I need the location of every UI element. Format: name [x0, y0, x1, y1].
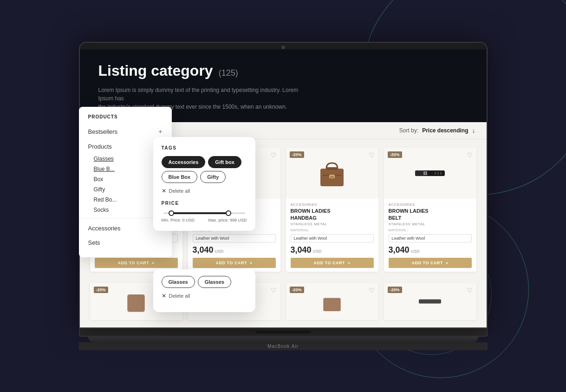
- page-title-area: Listing category (125): [98, 62, 468, 79]
- glasses-delete-label: Delete all: [169, 293, 190, 299]
- macbook-label: MacBook Air: [79, 342, 488, 350]
- product-name-4: BROWN LADIESBELT: [389, 208, 472, 221]
- delete-all-label: Delete all: [169, 188, 190, 194]
- material-select-4[interactable]: Leather with Wool: [389, 234, 472, 242]
- price-slider-thumb-min[interactable]: [169, 210, 174, 216]
- sidebar-expand-icon-1: +: [158, 128, 162, 135]
- product-badge-7: -20%: [290, 287, 304, 293]
- laptop-camera-bar: [80, 43, 487, 49]
- tags-filter-popup: TAGS Accessories Gift box Blue Box Gifty…: [153, 137, 255, 231]
- price-amount-2: 3,040: [193, 245, 214, 255]
- handbag-2-icon: [318, 287, 346, 315]
- add-to-cart-button-1[interactable]: ADD TO CART »: [95, 258, 178, 268]
- price-slider-thumb-max[interactable]: [226, 210, 231, 216]
- tag-accessories[interactable]: Accessories: [162, 156, 206, 168]
- price-row-2: 3,040 USD: [193, 245, 276, 255]
- tag-glasses-1[interactable]: Glasses: [162, 276, 195, 288]
- wishlist-button-7[interactable]: ♡: [369, 287, 375, 294]
- svg-rect-18: [415, 170, 424, 176]
- glasses-delete-all[interactable]: ✕ Delete all: [162, 293, 247, 299]
- wishlist-button-3[interactable]: ♡: [369, 151, 375, 159]
- glasses-filter-popup: Glasses Glasses ✕ Delete all: [153, 269, 255, 312]
- sidebar-sets-label: Sets: [88, 239, 100, 246]
- backpack-2-icon: [122, 287, 150, 315]
- price-max-label: Max. price: 999 USD: [208, 218, 247, 222]
- add-to-cart-button-4[interactable]: ADD TO CART »: [389, 258, 472, 268]
- product-subtitle-3: STAINLESS METAL: [291, 222, 374, 226]
- price-amount-4: 3,040: [389, 245, 410, 255]
- page-description-1: Lorem Ipsum is simply dummy text of the …: [98, 86, 312, 103]
- price-row-4: 3,040 USD: [389, 245, 472, 255]
- price-section-title: PRICE: [162, 201, 247, 206]
- laptop-base: [88, 337, 478, 342]
- tags-delete-all[interactable]: ✕ Delete all: [162, 188, 247, 194]
- sidebar-section-title: PRODUCTS: [79, 114, 172, 124]
- sidebar-item-sets[interactable]: Sets: [79, 235, 172, 250]
- tag-gift-box[interactable]: Gift box: [208, 156, 241, 168]
- product-card-8: -20% ♡: [384, 283, 476, 320]
- wishlist-button-4[interactable]: ♡: [467, 151, 473, 159]
- belt-icon: [411, 155, 449, 192]
- product-info-4: ACCESORIES BROWN LADIESBELT STAINLESS ME…: [384, 199, 476, 272]
- svg-rect-20: [425, 172, 426, 174]
- svg-rect-27: [419, 299, 441, 303]
- sort-value[interactable]: Price descending: [422, 127, 468, 134]
- wishlist-button-8[interactable]: ♡: [467, 287, 473, 294]
- product-category-4: ACCESORIES: [389, 203, 472, 207]
- svg-rect-23: [440, 172, 442, 175]
- belt-2-icon: [416, 287, 444, 315]
- price-slider-track: [163, 212, 245, 214]
- filter-tags-container: Accessories Gift box Blue Box Gifty: [162, 156, 247, 183]
- glasses-delete-x-icon: ✕: [162, 293, 166, 299]
- sidebar-accessories-label: Accessories: [88, 225, 121, 232]
- add-to-cart-button-3[interactable]: ADD TO CART »: [291, 258, 374, 268]
- material-label-4: MATERIAL:: [389, 228, 472, 232]
- laptop-frame: Listing category (125) Lorem Ipsum is si…: [79, 42, 488, 350]
- delete-all-x-icon: ✕: [162, 188, 166, 194]
- product-card-4: -20% ♡: [384, 148, 476, 272]
- wishlist-button-2[interactable]: ♡: [271, 151, 277, 159]
- laptop-bottom-bar: [79, 328, 488, 337]
- product-subtitle-4: STAINLESS METAL: [389, 222, 472, 226]
- tag-blue-box[interactable]: Blue Box: [162, 171, 198, 183]
- tag-glasses-2[interactable]: Glasses: [198, 276, 231, 288]
- add-to-cart-button-2[interactable]: ADD TO CART »: [193, 258, 276, 268]
- glasses-tags-container: Glasses Glasses: [162, 276, 247, 288]
- product-info-3: ACCESORIES BROWN LADIESHANDBAG STAINLESS…: [286, 199, 378, 272]
- material-label-3: MATERIAL:: [291, 228, 374, 232]
- svg-rect-26: [323, 298, 341, 311]
- product-card-7: -20% ♡: [286, 283, 378, 320]
- handbag-icon: [313, 155, 351, 192]
- laptop-notch: [255, 331, 311, 333]
- product-badge-4: -20%: [388, 151, 402, 158]
- price-min-label: Min. Price: 0 USD: [162, 218, 195, 222]
- svg-rect-24: [127, 294, 145, 312]
- product-badge-8: -20%: [388, 287, 402, 293]
- tag-gifty[interactable]: Gifty: [200, 171, 226, 183]
- price-row-3: 3,040 USD: [291, 245, 374, 255]
- sidebar-bestsellers-label: Bestsellers: [88, 128, 118, 135]
- material-select-3[interactable]: Leather with Wool: [291, 234, 374, 242]
- sort-bar: Sort by: Price descending ↓: [399, 127, 475, 134]
- material-select-2[interactable]: Leather with Wool: [193, 234, 276, 242]
- sort-label: Sort by:: [399, 127, 418, 134]
- svg-rect-13: [326, 167, 338, 170]
- product-badge-3: -20%: [290, 151, 304, 158]
- product-category-3: ACCESORIES: [291, 203, 374, 207]
- price-slider-fill: [171, 212, 228, 214]
- svg-rect-16: [330, 176, 334, 177]
- price-unit-2: USD: [215, 249, 224, 254]
- sort-arrow-icon[interactable]: ↓: [472, 127, 475, 134]
- price-amount-3: 3,040: [291, 245, 312, 255]
- svg-rect-21: [435, 172, 436, 175]
- price-unit-3: USD: [313, 249, 322, 254]
- sidebar-products-label: Products: [88, 143, 112, 150]
- wishlist-button-6[interactable]: ♡: [271, 287, 277, 294]
- svg-rect-22: [437, 172, 439, 175]
- product-name-3: BROWN LADIESHANDBAG: [291, 208, 374, 221]
- tags-section-title: TAGS: [162, 145, 247, 150]
- product-badge-5: -20%: [94, 287, 108, 293]
- page-title: Listing category: [98, 62, 213, 79]
- price-unit-4: USD: [411, 249, 420, 254]
- page-count: (125): [219, 68, 238, 78]
